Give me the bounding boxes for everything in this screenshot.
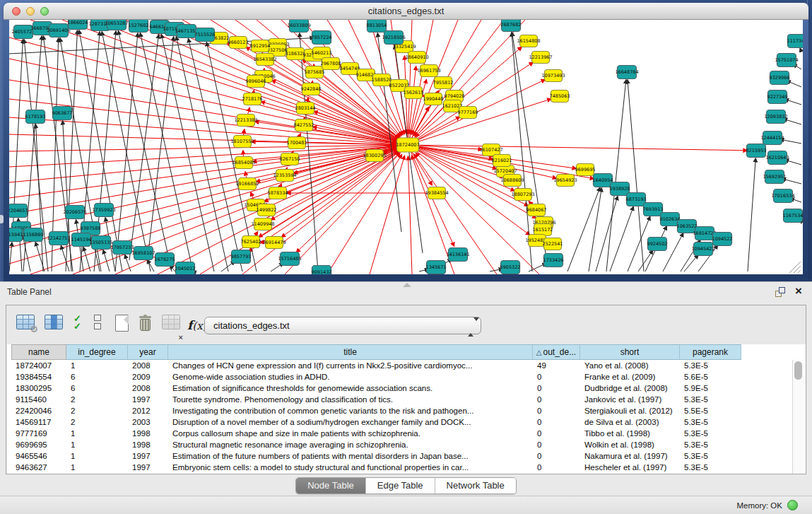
- table-cell: 1997: [129, 462, 169, 473]
- table-cell: 9115460: [12, 394, 67, 405]
- graph-node-label: 1866024: [68, 20, 88, 25]
- table-container: ⚙ ✓✓ × f(x): [6, 305, 806, 474]
- splitter-collapse-handle[interactable]: [0, 215, 4, 223]
- table-cell: 2008: [129, 382, 169, 394]
- graph-node-label: 18300295: [363, 153, 386, 158]
- graph-edge: [9, 146, 396, 182]
- table-vertical-scrollbar[interactable]: [792, 360, 804, 474]
- graph-node-label: 16648784: [615, 69, 638, 75]
- table-row[interactable]: 1938455462009Genome-wide association stu…: [7, 371, 792, 382]
- tab-network-table[interactable]: Network Table: [435, 478, 516, 493]
- table-row[interactable]: 1830029562008Estimation of significance …: [7, 382, 792, 394]
- table-cell: 1998: [129, 439, 169, 450]
- graph-node-label: 9699695: [575, 167, 596, 173]
- table-row[interactable]: 1872400712008Changes of HCN gene express…: [7, 360, 792, 371]
- graph-node-label: 9063677: [52, 110, 73, 116]
- apply-checks-icon[interactable]: ✓✓: [73, 315, 81, 337]
- table-settings-icon[interactable]: ⚙: [16, 315, 35, 337]
- selected-column-glyph: [51, 315, 57, 329]
- graph-edge: [748, 158, 755, 271]
- table-cell: 5.3E-5: [681, 416, 742, 428]
- table-cell: 9463627: [12, 462, 67, 473]
- memory-status-indicator[interactable]: [787, 500, 798, 510]
- network-canvas[interactable]: 1872400722420046989604627181761221338318…: [9, 20, 803, 274]
- table-row[interactable]: 911546021997Tourette syndrome. Phenomeno…: [7, 394, 792, 405]
- table-cell: Estimation of the future numbers of pati…: [169, 450, 534, 462]
- delete-trash-icon[interactable]: [139, 315, 151, 337]
- graph-edge: [161, 35, 214, 271]
- column-header-short[interactable]: short: [580, 344, 680, 360]
- tab-node-table[interactable]: Node Table: [296, 478, 365, 493]
- table-cell: Nakamura et al. (1997): [581, 450, 681, 462]
- network-frame-titlebar[interactable]: citations_edges.txt: [4, 3, 808, 20]
- graph-node-label: 19218506: [382, 35, 405, 40]
- table-row[interactable]: 969969511998Structural magnetic resonanc…: [7, 439, 792, 450]
- table-panel-title: Table Panel: [7, 287, 52, 297]
- column-header-pagerank[interactable]: pagerank: [680, 344, 741, 360]
- table-cell: Tourette syndrome. Phenomenology and cla…: [169, 394, 534, 405]
- table-row[interactable]: 946554611997Estimation of the future num…: [7, 450, 792, 462]
- tab-edge-table[interactable]: Edge Table: [365, 478, 435, 493]
- table-row[interactable]: 2242004622012Investigating the contribut…: [7, 405, 792, 416]
- graph-node-label: 8427552: [294, 122, 314, 128]
- graph-node-label: 1527602: [129, 23, 149, 28]
- table-row[interactable]: 1456911722003Disruption of a novel membe…: [7, 416, 792, 428]
- network-frame-title: citations_edges.txt: [4, 6, 808, 16]
- graph-node-label: 1145194: [71, 237, 92, 243]
- table-select-dropdown[interactable]: citations_edges.txt: [204, 317, 481, 334]
- graph-node-label: 7857224: [312, 35, 332, 40]
- column-header-in_degree[interactable]: in_degree: [66, 344, 128, 360]
- graph-node-label: 8813054: [367, 23, 387, 28]
- graph-node-label: 1499822: [257, 207, 277, 213]
- table-cell: 0: [534, 428, 581, 439]
- column-header-year[interactable]: year: [128, 344, 168, 360]
- table-cell: 0: [534, 371, 581, 382]
- table-cell: 5.3E-5: [681, 439, 742, 450]
- graph-node-label: 8267150: [280, 156, 300, 162]
- graph-node-label: 16958107: [131, 250, 155, 256]
- table-cell: Changes of HCN gene expression and I(f) …: [169, 360, 534, 371]
- resize-grip-icon[interactable]: [798, 270, 801, 273]
- scrollbar-thumb[interactable]: [794, 361, 802, 380]
- table-select-value: citations_edges.txt: [213, 320, 290, 331]
- graph-node-label: 12213383: [234, 117, 257, 123]
- close-panel-icon[interactable]: ×: [795, 284, 802, 298]
- graph-node-label: 9329966: [770, 75, 790, 81]
- table-cell: 9777169: [12, 428, 67, 439]
- graph-edge: [176, 37, 228, 271]
- graph-node-label: 8215953: [746, 148, 767, 153]
- graph-node-label: 1156869: [23, 232, 44, 238]
- network-graph-svg[interactable]: 1872400722420046989604627181761221338318…: [9, 20, 803, 274]
- table-cell: Genome-wide association studies in ADHD.: [169, 371, 534, 382]
- table-cell: 5.3E-5: [681, 462, 742, 473]
- column-header-out_de[interactable]: △out_de...: [533, 344, 580, 360]
- graph-node-label: 13505135: [89, 240, 112, 245]
- resize-grip-icon[interactable]: [794, 266, 801, 273]
- select-column-icon[interactable]: [45, 315, 63, 337]
- column-header-title[interactable]: title: [168, 344, 533, 360]
- column-header-name[interactable]: name: [11, 344, 66, 360]
- table-cell: 1: [67, 439, 129, 450]
- table-cell: 2012: [129, 405, 169, 416]
- graph-edge: [83, 247, 90, 271]
- row-height-icon[interactable]: [94, 315, 101, 337]
- graph-edge: [129, 35, 159, 260]
- table-row[interactable]: 946362711997Embryonic stem cells: a mode…: [7, 462, 792, 473]
- new-document-icon[interactable]: [115, 315, 129, 337]
- graph-node-label: 8216021: [492, 158, 512, 163]
- graph-node-label: 19166852: [235, 181, 259, 187]
- graph-node-label: 12093832: [764, 114, 787, 119]
- table-cell: 0: [534, 382, 581, 394]
- graph-node-label: 9660123: [228, 40, 249, 45]
- float-panel-icon[interactable]: [775, 287, 785, 297]
- graph-edge: [784, 119, 801, 124]
- table-row[interactable]: 977716911998Corpus callosum shape and si…: [7, 428, 792, 439]
- table-cell: Corpus callosum shape and size in male p…: [169, 428, 534, 439]
- memory-status-label: Memory: OK: [736, 501, 782, 510]
- table-cell: Jankovic et al. (1997): [581, 394, 681, 405]
- table-cell: 49: [534, 360, 581, 371]
- gear-icon: ⚙: [30, 324, 38, 334]
- graph-edge: [628, 80, 644, 271]
- graph-node-label: 17359923: [92, 207, 115, 213]
- network-frame[interactable]: citations_edges.txt 18724007224200469896…: [4, 3, 808, 281]
